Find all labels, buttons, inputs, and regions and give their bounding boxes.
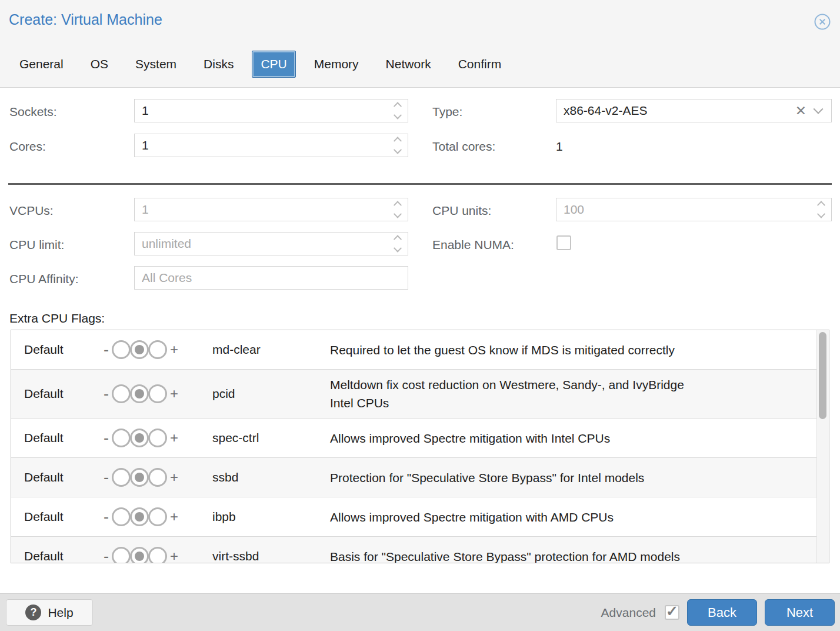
- spinner-down-icon[interactable]: [394, 244, 402, 253]
- chevron-down-icon[interactable]: [814, 104, 824, 114]
- cpu-flag-row: Default - + pcid Meltdown fix cost reduc…: [11, 370, 816, 419]
- slider-off-option[interactable]: [112, 547, 131, 563]
- slider-plus-label: +: [170, 509, 178, 525]
- slider-off-option[interactable]: [112, 340, 131, 359]
- cpu-units-field: [556, 198, 832, 221]
- flag-state-label: Default: [24, 343, 104, 357]
- cpu-limit-field: [134, 232, 408, 255]
- slider-minus-label: -: [104, 508, 109, 526]
- dialog-header: Create: Virtual Machine General OS Syste…: [0, 0, 840, 88]
- sockets-input[interactable]: [142, 104, 390, 118]
- slider-on-option[interactable]: [148, 468, 167, 487]
- tab[interactable]: General: [11, 51, 72, 78]
- clear-icon[interactable]: ✕: [795, 104, 806, 118]
- slider-default-option[interactable]: [130, 468, 149, 487]
- total-cores-label: Total cores:: [432, 140, 495, 154]
- flag-state-label: Default: [24, 431, 104, 445]
- cpu-flag-row: Default - + md-clear Required to let the…: [11, 330, 816, 370]
- flag-state-label: Default: [24, 387, 104, 401]
- back-button[interactable]: Back: [687, 599, 757, 626]
- spinner-down-icon[interactable]: [394, 210, 402, 218]
- slider-on-option[interactable]: [148, 507, 167, 526]
- cpu-units-label: CPU units:: [432, 204, 491, 218]
- cpu-flag-row: Default - + spec-ctrl Allows improved Sp…: [11, 419, 816, 458]
- flag-name: ibpb: [212, 510, 330, 524]
- slider-off-option[interactable]: [112, 384, 131, 403]
- total-cores-value: 1: [556, 140, 563, 154]
- tab[interactable]: System: [126, 51, 185, 78]
- slider-minus-label: -: [104, 469, 109, 487]
- spinner-up-icon[interactable]: [394, 137, 402, 145]
- slider-minus-label: -: [104, 385, 109, 403]
- flag-description: Allows improved Spectre mitigation with …: [330, 429, 816, 447]
- spinner-up-icon[interactable]: [817, 201, 825, 209]
- cpu-limit-spinner: [395, 235, 401, 252]
- flag-name: ssbd: [212, 470, 330, 484]
- tab-label: System: [135, 57, 176, 71]
- cpu-flag-row: Default - + ibpb Allows improved Spectre…: [11, 497, 816, 537]
- close-icon: [814, 13, 831, 31]
- slider-on-option[interactable]: [148, 340, 167, 359]
- enable-numa-label: Enable NUMA:: [432, 238, 514, 252]
- spinner-up-icon[interactable]: [394, 102, 402, 110]
- flag-description: Protection for "Speculative Store Bypass…: [330, 469, 816, 487]
- cpu-affinity-input[interactable]: [142, 271, 401, 285]
- slider-on-option[interactable]: [148, 384, 167, 403]
- flag-description: Required to let the guest OS know if MDS…: [330, 341, 816, 359]
- flag-tristate-slider: - +: [104, 429, 212, 447]
- tab[interactable]: CPU: [252, 51, 295, 78]
- flag-name: virt-ssbd: [212, 549, 330, 563]
- help-button-label: Help: [48, 606, 73, 620]
- cpu-units-input[interactable]: [564, 202, 814, 217]
- advanced-checkbox[interactable]: ✓: [665, 605, 679, 620]
- slider-default-option[interactable]: [130, 507, 149, 526]
- slider-on-option[interactable]: [148, 547, 167, 563]
- flag-name: spec-ctrl: [212, 431, 330, 445]
- sockets-spinner: [395, 102, 401, 119]
- flag-tristate-slider: - +: [104, 547, 212, 563]
- cpu-limit-label: CPU limit:: [9, 238, 64, 252]
- help-button[interactable]: ? Help: [6, 599, 93, 626]
- cpu-type-label: Type:: [432, 105, 462, 119]
- slider-off-option[interactable]: [112, 468, 131, 487]
- tab[interactable]: OS: [82, 51, 117, 78]
- vcpus-input[interactable]: [142, 202, 390, 217]
- slider-default-option[interactable]: [130, 340, 149, 359]
- flag-name: md-clear: [212, 343, 330, 357]
- slider-off-option[interactable]: [112, 429, 131, 447]
- slider-plus-label: +: [170, 469, 178, 486]
- spinner-up-icon[interactable]: [394, 235, 402, 243]
- cpu-type-input[interactable]: [564, 104, 792, 118]
- tab-label: Confirm: [458, 57, 502, 71]
- tab[interactable]: Confirm: [449, 51, 511, 78]
- extra-cpu-flags-label: Extra CPU Flags:: [9, 311, 105, 326]
- slider-default-option[interactable]: [130, 429, 149, 447]
- flag-description: Meltdown fix cost reduction on Westmere,…: [330, 376, 816, 412]
- spinner-down-icon[interactable]: [817, 210, 825, 218]
- slider-on-option[interactable]: [148, 429, 167, 447]
- flag-tristate-slider: - +: [104, 507, 212, 526]
- slider-default-option[interactable]: [130, 547, 149, 563]
- enable-numa-checkbox[interactable]: [556, 235, 571, 250]
- tab[interactable]: Disks: [195, 51, 242, 78]
- next-button[interactable]: Next: [765, 599, 835, 626]
- spinner-down-icon[interactable]: [394, 111, 402, 119]
- spinner-down-icon[interactable]: [394, 146, 402, 154]
- close-button[interactable]: [814, 13, 831, 31]
- scrollbar[interactable]: [816, 330, 829, 563]
- cpu-flag-row: Default - + ssbd Protection for "Specula…: [11, 458, 816, 497]
- slider-plus-label: +: [170, 430, 178, 446]
- slider-off-option[interactable]: [112, 507, 131, 526]
- slider-default-option[interactable]: [130, 384, 149, 403]
- question-icon: ?: [25, 605, 41, 620]
- cpu-units-spinner: [818, 201, 824, 218]
- scrollbar-thumb[interactable]: [819, 332, 826, 419]
- vcpus-field: [134, 198, 408, 221]
- footer-actions: Advanced ✓ Back Next: [601, 599, 835, 626]
- tab[interactable]: Memory: [305, 51, 368, 78]
- tab[interactable]: Network: [377, 51, 440, 78]
- cores-input[interactable]: [142, 138, 390, 152]
- cpu-limit-input[interactable]: [142, 237, 390, 251]
- slider-plus-label: +: [170, 548, 178, 563]
- spinner-up-icon[interactable]: [394, 201, 402, 209]
